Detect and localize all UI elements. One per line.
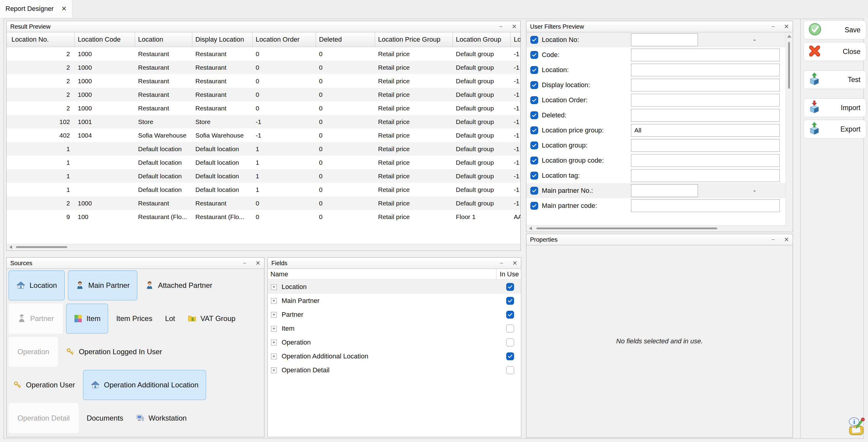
inuse-checkbox[interactable] bbox=[506, 297, 514, 305]
expand-icon[interactable]: + bbox=[271, 312, 277, 318]
table-row[interactable]: 21000RestaurantRestaurant00Retail priceD… bbox=[7, 61, 520, 74]
test-button[interactable]: Test bbox=[804, 70, 866, 89]
table-row[interactable]: 1021001StoreStore-10Retail priceDefault … bbox=[7, 115, 520, 128]
source-location[interactable]: Location bbox=[8, 270, 65, 300]
field-row-operation[interactable]: +Operation bbox=[268, 335, 521, 349]
filters-horizontal-scrollbar[interactable] bbox=[527, 225, 792, 231]
expand-icon[interactable]: + bbox=[271, 298, 277, 304]
filter-checkbox[interactable] bbox=[530, 66, 538, 74]
save-button[interactable]: Save bbox=[804, 21, 866, 39]
filter-checkbox[interactable] bbox=[530, 142, 538, 149]
expand-icon[interactable]: + bbox=[271, 284, 277, 290]
source-vat-group[interactable]: $VAT Group bbox=[183, 303, 240, 334]
filter-checkbox[interactable] bbox=[530, 81, 538, 89]
minimize-icon[interactable]: − bbox=[772, 237, 775, 242]
source-attached-partner[interactable]: Attached Partner bbox=[141, 270, 217, 300]
inuse-checkbox[interactable] bbox=[506, 325, 514, 332]
inuse-checkbox[interactable] bbox=[506, 311, 514, 319]
filter-checkbox[interactable] bbox=[530, 187, 538, 195]
column-header-display-location[interactable]: Display Location bbox=[192, 32, 253, 47]
filter-input[interactable] bbox=[631, 124, 780, 137]
filter-checkbox[interactable] bbox=[530, 202, 538, 210]
column-header-location-group[interactable]: Location Group bbox=[453, 32, 511, 47]
scroll-thumb[interactable] bbox=[788, 42, 790, 89]
inuse-checkbox[interactable] bbox=[506, 338, 514, 346]
minimize-icon[interactable]: − bbox=[772, 24, 775, 30]
minimize-icon[interactable]: − bbox=[500, 260, 503, 266]
filter-input[interactable] bbox=[631, 169, 780, 182]
field-row-partner[interactable]: +Partner bbox=[268, 308, 521, 322]
source-partner[interactable]: Partner bbox=[8, 303, 63, 334]
scroll-left-arrow-icon[interactable] bbox=[529, 227, 532, 230]
scroll-thumb[interactable] bbox=[536, 228, 717, 229]
source-item[interactable]: Item bbox=[66, 303, 108, 334]
expand-icon[interactable]: + bbox=[271, 354, 277, 359]
filter-input[interactable] bbox=[631, 94, 780, 107]
table-row[interactable]: 21000RestaurantRestaurant00Retail priceD… bbox=[7, 101, 520, 115]
filter-input[interactable] bbox=[631, 139, 780, 152]
filter-checkbox[interactable] bbox=[530, 111, 538, 119]
filter-input[interactable] bbox=[631, 200, 780, 212]
scroll-thumb[interactable] bbox=[16, 246, 67, 248]
column-header-location-no[interactable]: Location No. bbox=[7, 32, 75, 47]
table-row[interactable]: 1Default locationDefault location10Retai… bbox=[7, 183, 520, 197]
filter-input[interactable] bbox=[631, 64, 780, 76]
column-header-location[interactable]: Location bbox=[135, 32, 192, 47]
filter-checkbox[interactable] bbox=[530, 156, 538, 165]
minimize-icon[interactable]: − bbox=[243, 260, 247, 266]
table-row[interactable]: 4021004Sofia WarehouseSofia Warehouse-10… bbox=[7, 128, 520, 142]
scroll-up-arrow-icon[interactable] bbox=[787, 35, 792, 38]
filter-input[interactable] bbox=[631, 49, 780, 61]
filter-input[interactable] bbox=[631, 154, 780, 167]
filter-input[interactable] bbox=[631, 184, 698, 197]
table-row[interactable]: 21000RestaurantRestaurant00Retail priceD… bbox=[7, 197, 520, 210]
column-header-deleted[interactable]: Deleted bbox=[316, 32, 375, 47]
filter-input[interactable] bbox=[631, 109, 780, 122]
filter-checkbox[interactable] bbox=[530, 126, 538, 134]
table-row[interactable]: 9100Restaurant (Flo...Restaurant (Flo...… bbox=[7, 210, 520, 224]
close-icon[interactable]: ✕ bbox=[512, 260, 517, 266]
filter-checkbox[interactable] bbox=[530, 51, 538, 59]
table-row[interactable]: 21000RestaurantRestaurant00Retail priceD… bbox=[7, 47, 520, 61]
tab-close-icon[interactable]: ✕ bbox=[61, 5, 67, 12]
source-workstation[interactable]: Workstation bbox=[131, 403, 191, 433]
close-icon[interactable]: ✕ bbox=[512, 24, 517, 30]
close-button[interactable]: Close bbox=[804, 42, 866, 61]
filter-checkbox[interactable] bbox=[530, 96, 538, 104]
table-row[interactable]: 21000RestaurantRestaurant00Retail priceD… bbox=[7, 74, 520, 88]
filter-checkbox[interactable] bbox=[530, 172, 538, 179]
minimize-icon[interactable]: − bbox=[499, 24, 503, 30]
close-icon[interactable]: ✕ bbox=[784, 237, 789, 242]
source-documents[interactable]: Documents bbox=[82, 403, 128, 433]
column-header-loc[interactable]: Loc bbox=[511, 32, 520, 47]
source-operation-detail[interactable]: Operation Detail bbox=[8, 403, 79, 433]
tab-report-designer[interactable]: Report Designer ✕ bbox=[0, 0, 72, 18]
inuse-checkbox[interactable] bbox=[506, 366, 514, 374]
table-row[interactable]: 1Default locationDefault location10Retai… bbox=[7, 169, 520, 183]
expand-icon[interactable]: + bbox=[271, 326, 277, 331]
info-edit-icon[interactable]: i bbox=[845, 416, 865, 436]
column-header-location-order[interactable]: Location Order bbox=[253, 32, 316, 47]
field-row-operation-additional-location[interactable]: +Operation Additional Location bbox=[268, 349, 521, 363]
import-button[interactable]: Import bbox=[804, 98, 866, 117]
column-header-location-price-group[interactable]: Location Price Group bbox=[375, 32, 453, 47]
column-header-location-code[interactable]: Location Code bbox=[75, 32, 135, 47]
source-operation-user[interactable]: Operation User bbox=[8, 370, 80, 400]
field-row-operation-detail[interactable]: +Operation Detail bbox=[268, 363, 521, 377]
inuse-checkbox[interactable] bbox=[506, 283, 514, 291]
table-row[interactable]: 1Default locationDefault location10Retai… bbox=[7, 142, 520, 156]
filter-checkbox[interactable] bbox=[530, 36, 538, 44]
filter-input[interactable] bbox=[631, 79, 780, 91]
table-row[interactable]: 1Default locationDefault location10Retai… bbox=[7, 156, 520, 169]
export-button[interactable]: Export bbox=[804, 120, 866, 139]
field-row-main-partner[interactable]: +Main Partner bbox=[268, 294, 521, 308]
source-lot[interactable]: Lot bbox=[160, 303, 180, 334]
close-icon[interactable]: ✕ bbox=[784, 24, 789, 30]
filters-vertical-scrollbar[interactable] bbox=[785, 32, 792, 225]
source-main-partner[interactable]: Main Partner bbox=[68, 270, 137, 300]
filter-input[interactable] bbox=[631, 33, 698, 46]
source-operation-additional-location[interactable]: Operation Additional Location bbox=[83, 370, 207, 400]
source-operation-logged-in-user[interactable]: Operation Logged In User bbox=[61, 337, 167, 367]
expand-icon[interactable]: + bbox=[271, 340, 277, 346]
source-operation[interactable]: Operation bbox=[8, 337, 58, 367]
